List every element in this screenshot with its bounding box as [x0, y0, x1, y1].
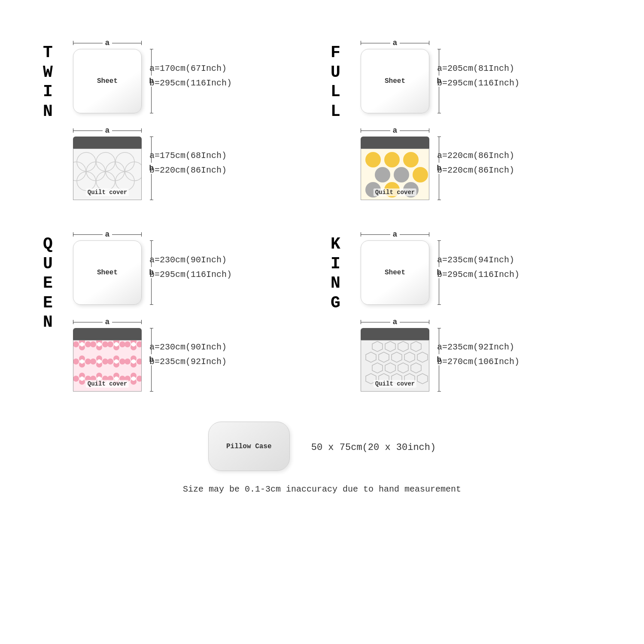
page: TWIN a Sheet — [0, 0, 644, 644]
king-label: KING — [331, 234, 352, 313]
full-quilt-top-dim: a — [361, 126, 429, 135]
king-sheet-diagram: a Sheet b — [361, 230, 429, 305]
twin-sheet-b-bracket: b — [149, 49, 154, 113]
king-quilt-a: a=235cm(92Inch) — [437, 342, 514, 352]
full-label: FULL — [331, 43, 352, 121]
twin-sheet-b: b=295cm(116Inch) — [149, 78, 232, 88]
main-grid: TWIN a Sheet — [0, 0, 644, 409]
king-sheet-b-bracket: b — [437, 240, 441, 305]
twin-sheet-dims: a=170cm(67Inch) b=295cm(116Inch) — [149, 61, 232, 91]
twin-quilt-diag-with-b: Quilt cover b — [73, 137, 142, 200]
full-sheet-a-label: a — [390, 39, 400, 47]
king-sheet-top-dim: a — [361, 230, 429, 239]
king-quilt-row: a — [361, 318, 519, 392]
twin-section: TWIN a Sheet — [34, 26, 322, 217]
queen-quilt-dims: a=230cm(90Inch) b=235cm(92Inch) — [149, 340, 227, 369]
king-sheet-dims: a=235cm(94Inch) b=295cm(116Inch) — [437, 253, 519, 282]
svg-point-48 — [107, 358, 113, 365]
svg-point-33 — [119, 341, 125, 347]
queen-sheet-b-bracket: b — [149, 240, 154, 305]
king-quilt-header — [361, 328, 429, 340]
svg-point-29 — [102, 341, 108, 347]
svg-point-52 — [125, 358, 131, 365]
twin-label: TWIN — [43, 43, 64, 121]
svg-point-14 — [403, 152, 419, 167]
svg-point-45 — [102, 358, 108, 365]
twin-sheet-b-label: b — [149, 76, 154, 87]
full-sheet-diagram: a Sheet b — [361, 39, 429, 113]
queen-sheet-a: a=230cm(90Inch) — [149, 255, 227, 265]
full-quilt-a: a=220cm(86Inch) — [437, 151, 514, 161]
svg-point-81 — [131, 377, 136, 381]
full-quilt-label: Quilt cover — [374, 188, 416, 196]
twin-items: a Sheet b — [73, 39, 232, 200]
king-items: a Sheet b — [361, 230, 519, 392]
svg-point-13 — [384, 152, 400, 167]
twin-quilt-b-label: b — [149, 163, 154, 174]
full-sheet-row: a Sheet b — [361, 39, 519, 113]
queen-sheet-label: Sheet — [97, 269, 118, 276]
queen-sheet-b: b=295cm(116Inch) — [149, 270, 232, 279]
svg-point-44 — [90, 358, 96, 365]
svg-point-73 — [131, 342, 136, 346]
svg-point-71 — [97, 342, 101, 346]
twin-quilt-top-dim: a — [73, 126, 142, 135]
twin-quilt-label: Quilt cover — [86, 188, 129, 196]
twin-sheet-a-label: a — [103, 39, 112, 47]
full-quilt-dims: a=220cm(86Inch) b=220cm(86Inch) — [437, 149, 514, 178]
king-quilt-top-dim: a — [361, 318, 429, 326]
svg-point-41 — [85, 358, 91, 365]
king-quilt-diag-with-b: Quilt cover b — [361, 328, 429, 392]
queen-quilt-header — [73, 328, 142, 340]
svg-point-28 — [90, 341, 96, 347]
pillow-diagram: Pillow Case — [208, 422, 294, 473]
svg-point-17 — [413, 167, 428, 182]
full-sheet-b-label: b — [437, 76, 441, 87]
queen-label: QUEEN — [43, 234, 64, 332]
full-sheet-top-dim: a — [361, 39, 429, 47]
twin-quilt-a: a=175cm(68Inch) — [149, 151, 227, 161]
twin-sheet-row: a Sheet b — [73, 39, 232, 113]
queen-quilt-a: a=230cm(90Inch) — [149, 342, 227, 352]
twin-quilt-b: b=220cm(86Inch) — [149, 165, 227, 175]
king-sheet-b: b=295cm(116Inch) — [437, 270, 519, 279]
queen-quilt-diagram: a — [73, 318, 142, 392]
pillow-label: Pillow Case — [226, 443, 272, 450]
full-sheet-b: b=295cm(116Inch) — [437, 78, 519, 88]
queen-quilt-top-dim: a — [73, 318, 142, 326]
king-quilt-wrap: Quilt cover — [361, 328, 429, 392]
footer-note: Size may be 0.1-3cm inaccuracy due to ha… — [0, 477, 644, 503]
full-quilt-b-bracket: b — [437, 137, 441, 200]
full-sheet-box: Sheet — [361, 49, 429, 113]
twin-sheet-box: Sheet — [73, 49, 142, 113]
king-section: KING a Sheet — [322, 217, 610, 409]
twin-quilt-dims: a=175cm(68Inch) b=220cm(86Inch) — [149, 149, 227, 178]
queen-sheet-top-dim: a — [73, 230, 142, 239]
queen-section: QUEEN a Sheet — [34, 217, 322, 409]
queen-sheet-diagram: a Sheet b — [73, 230, 142, 305]
queen-quilt-b: b=235cm(92Inch) — [149, 357, 227, 367]
twin-quilt-row: a — [73, 126, 232, 200]
queen-sheet-row: a Sheet b — [73, 230, 232, 305]
king-quilt-label: Quilt cover — [374, 380, 416, 388]
pillow-section: Pillow Case 50 x 75cm(20 x 30inch) — [0, 413, 644, 477]
svg-point-72 — [114, 342, 118, 346]
twin-quilt-diagram: a — [73, 126, 142, 200]
queen-quilt-label: Quilt cover — [86, 380, 129, 388]
king-sheet-a: a=235cm(94Inch) — [437, 255, 514, 265]
queen-quilt-wrap: Quilt cover — [73, 328, 142, 392]
full-quilt-diagram: a — [361, 126, 429, 200]
twin-quilt-a-label: a — [103, 126, 112, 135]
queen-quilt-row: a — [73, 318, 232, 392]
full-quilt-b: b=220cm(86Inch) — [437, 165, 514, 175]
twin-quilt-body: Quilt cover — [73, 149, 142, 200]
queen-items: a Sheet b — [73, 230, 232, 392]
twin-sheet-top-dim: a — [73, 39, 142, 47]
king-quilt-b-bracket: b — [437, 328, 441, 392]
queen-sheet-diag-with-b: Sheet b — [73, 240, 142, 305]
king-quilt-b: b=270cm(106Inch) — [437, 357, 519, 367]
king-quilt-diagram: a — [361, 318, 429, 392]
full-quilt-header — [361, 137, 429, 149]
svg-point-70 — [80, 342, 84, 346]
king-sheet-b-label: b — [437, 267, 441, 278]
